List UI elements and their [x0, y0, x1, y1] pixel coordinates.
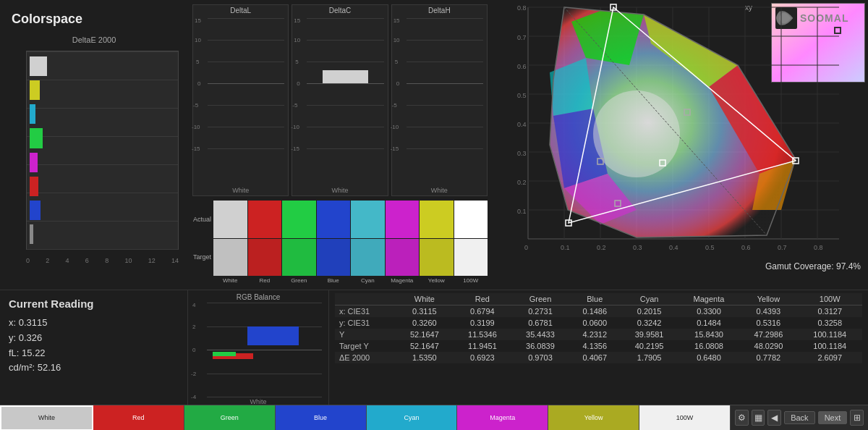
settings-icon-btn[interactable]: ⚙: [735, 410, 749, 426]
grid-line: [27, 249, 178, 250]
delta-charts-panel: DeltaL 15 10 5 0 -5 -10: [188, 0, 492, 290]
table-row: y: CIE310.32600.31990.67810.06000.32420.…: [335, 317, 862, 329]
grid-line-zero: [307, 83, 383, 84]
swatch-actual-magenta: [386, 201, 420, 238]
row-cell: 0.7782: [739, 352, 797, 363]
row-cell: 48.0290: [739, 340, 797, 352]
top-section: Colorspace DeltaE 2000: [0, 0, 868, 290]
col-header-100w: 100W: [797, 293, 862, 305]
grid-icon-btn[interactable]: ▦: [752, 410, 765, 426]
table-header-row: White Red Green Blue Cyan Magenta Yellow…: [335, 293, 862, 305]
svg-text:0.1: 0.1: [517, 208, 527, 215]
toolbar-swatch-100w[interactable]: 100W: [639, 405, 731, 431]
readings-table: White Red Green Blue Cyan Magenta Yellow…: [335, 293, 862, 363]
svg-text:0.8: 0.8: [814, 244, 823, 251]
grid-line: [407, 18, 483, 19]
grid-line: [208, 40, 284, 41]
swatch-target-white: [213, 239, 247, 277]
toolbar-swatch-yellow[interactable]: Yellow: [548, 405, 639, 431]
toolbar-swatch-blue[interactable]: Blue: [276, 405, 367, 431]
color-bar-green: [30, 127, 51, 149]
grid-line: [208, 127, 284, 127]
row-label: x: CIE31: [335, 305, 396, 318]
grid-line: [307, 127, 383, 127]
deltaE-panel: Colorspace DeltaE 2000: [0, 0, 188, 290]
row-cell: 1.7905: [621, 352, 678, 363]
swatch-target-yellow: [420, 239, 454, 277]
delta-charts-row: DeltaL 15 10 5 0 -5 -10: [191, 3, 489, 198]
svg-text:0.6: 0.6: [517, 63, 527, 70]
y-value: y: 0.326: [9, 331, 179, 346]
grid-line: [407, 127, 483, 127]
back-button[interactable]: Back: [784, 411, 814, 424]
grid-line-zero: [208, 83, 284, 84]
toolbar-swatches: White Red Green Blue Cyan Magenta Yellow…: [0, 405, 731, 431]
actual-swatches-row: Actual: [192, 201, 488, 238]
swatch-actual-green: [282, 201, 316, 238]
row-cell: 0.3260: [396, 317, 454, 329]
swatch-target-blue: [317, 239, 351, 277]
color-bar-black: [30, 223, 51, 245]
svg-text:0.5: 0.5: [705, 244, 715, 251]
grid-line: [208, 148, 284, 149]
row-cell: 36.0839: [511, 340, 569, 352]
color-bar-yellow: [30, 79, 51, 101]
svg-text:0.6: 0.6: [741, 244, 751, 251]
svg-text:0.3: 0.3: [633, 244, 642, 251]
prev-icon-btn[interactable]: ◀: [767, 410, 781, 426]
row-cell: 0.3300: [678, 305, 740, 318]
next-button[interactable]: Next: [818, 411, 848, 424]
toolbar-swatch-cyan[interactable]: Cyan: [367, 405, 458, 431]
x-value: x: 0.3115: [9, 316, 179, 331]
deltaE-subtitle: DeltaE 2000: [6, 35, 182, 44]
row-cell: 0.3127: [797, 305, 862, 318]
grid-line: [208, 62, 284, 62]
deltaC-chart: DeltaC 15 10 5 0 -5 -10: [292, 4, 388, 196]
row-cell: 0.1486: [569, 305, 621, 318]
table-row: ΔE 20001.53500.69230.97030.40671.79050.6…: [335, 352, 862, 363]
row-cell: 0.1484: [678, 317, 740, 329]
white-label: White: [431, 187, 448, 194]
grid-line: [307, 62, 383, 62]
svg-text:0.4: 0.4: [669, 244, 678, 251]
row-cell: 0.2015: [621, 305, 678, 318]
grid-line: [307, 18, 383, 19]
row-cell: 0.3242: [621, 317, 678, 329]
table-row: Y52.164711.534635.44334.231239.958115.84…: [335, 329, 862, 340]
deltaC-title: DeltaC: [292, 7, 387, 14]
toolbar-swatch-magenta[interactable]: Magenta: [457, 405, 548, 431]
swatch-target-red: [248, 239, 282, 277]
svg-text:0.7: 0.7: [778, 244, 787, 251]
svg-text:0.8: 0.8: [517, 4, 527, 12]
svg-text:0: 0: [524, 244, 528, 251]
row-label: y: CIE31: [335, 317, 396, 329]
grid-line: [407, 148, 483, 149]
col-header-white: White: [396, 293, 454, 305]
expand-icon-btn[interactable]: ⊞: [850, 410, 864, 426]
grid-line: [407, 40, 483, 41]
deltaC-white-bar: [323, 70, 369, 83]
row-cell: 2.6097: [797, 352, 862, 363]
svg-text:0.5: 0.5: [517, 92, 527, 99]
toolbar-controls: ⚙ ▦ ◀ Back Next ⊞: [731, 410, 868, 426]
col-header-yellow: Yellow: [739, 293, 797, 305]
color-bar-white: [30, 55, 51, 77]
row-cell: 52.1647: [396, 340, 454, 352]
rgb-green-bar: [213, 352, 236, 357]
target-swatches-row: Target: [192, 239, 488, 277]
row-cell: 52.1647: [396, 329, 454, 340]
toolbar-swatch-green[interactable]: Green: [184, 405, 276, 431]
color-bar-red: [30, 175, 51, 198]
white-label: White: [232, 187, 249, 194]
swatch-actual-yellow: [420, 201, 454, 238]
bottom-toolbar: White Red Green Blue Cyan Magenta Yellow…: [0, 405, 868, 430]
row-cell: 16.0808: [678, 340, 740, 352]
col-header-red: Red: [454, 293, 511, 305]
table-row: Target Y52.164711.945136.08394.135640.21…: [335, 340, 862, 352]
grid-line: [307, 40, 383, 41]
row-cell: 1.5350: [396, 352, 454, 363]
swatch-actual-100w: [454, 201, 488, 238]
toolbar-swatch-white[interactable]: White: [0, 405, 93, 431]
toolbar-swatch-red[interactable]: Red: [93, 405, 184, 431]
swatch-target-100w: [454, 239, 488, 277]
